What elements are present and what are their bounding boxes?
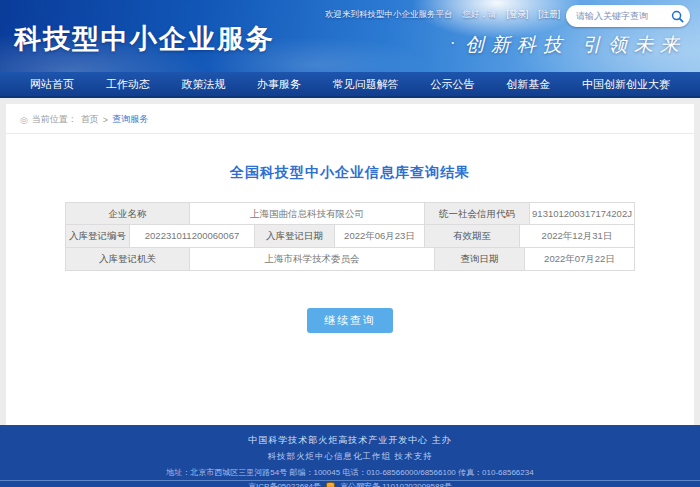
footer-divider xyxy=(0,480,700,481)
nav-item-innofund[interactable]: 创新基金 xyxy=(502,77,554,92)
footer-beian: 京ICP备05022684号 京公网安备 11010202009588号 xyxy=(0,481,700,487)
greeting-text: 您好，请 xyxy=(463,9,497,21)
footer-support: 科技部火炬中心信息化工作组 技术支持 xyxy=(0,451,700,463)
search-input[interactable] xyxy=(576,11,671,21)
credit-code-label: 统一社会信用代码 xyxy=(425,202,530,225)
page-title: 全国科技型中小企业信息库查询结果 xyxy=(6,164,694,182)
table-row: 入库登记机关 上海市科学技术委员会 查询日期 2022年07月22日 xyxy=(65,248,635,271)
breadcrumb-prefix: 当前位置： xyxy=(32,113,77,126)
page: 科技型中小企业服务 欢迎来到科技型中小企业服务平台 您好，请 [登录] [注册]… xyxy=(0,0,700,487)
content-card: ◎ 当前位置： 首页 > 查询服务 全国科技型中小企业信息库查询结果 企业名称 … xyxy=(6,104,694,425)
registration-authority-value: 上海市科学技术委员会 xyxy=(190,248,435,271)
breadcrumb-separator: > xyxy=(103,115,108,125)
breadcrumb-home-link[interactable]: 首页 xyxy=(81,113,99,126)
register-link[interactable]: [注册] xyxy=(538,9,560,21)
public-security-badge-icon xyxy=(326,482,335,487)
main-nav: 网站首页 工作动态 政策法规 办事服务 常见问题解答 公示公告 创新基金 中国创… xyxy=(0,72,700,98)
registration-authority-label: 入库登记机关 xyxy=(65,248,190,271)
footer: 中国科学技术部火炬高技术产业开发中心 主办 科技部火炬中心信息化工作组 技术支持… xyxy=(0,425,700,487)
continue-query-button[interactable]: 继续查询 xyxy=(307,308,393,333)
slogan: ·创新科技 引领未来 xyxy=(451,32,687,58)
query-date-label: 查询日期 xyxy=(435,248,525,271)
valid-until-value: 2022年12月31日 xyxy=(520,225,635,248)
slogan-decor-line xyxy=(590,23,658,25)
nav-item-competition[interactable]: 中国创新创业大赛 xyxy=(578,77,674,92)
footer-contact: 地址：北京市西城区三里河路54号 邮编：100045 电话：010-685660… xyxy=(0,467,700,478)
table-row: 入库登记编号 202231011200060067 入库登记日期 2022年06… xyxy=(65,225,635,248)
welcome-text: 欢迎来到科技型中小企业服务平台 xyxy=(325,9,453,21)
search-icon[interactable] xyxy=(671,10,684,23)
breadcrumb-current[interactable]: 查询服务 xyxy=(112,113,148,126)
enterprise-name-value: 上海国曲信息科技有限公司 xyxy=(190,202,425,225)
site-title: 科技型中小企业服务 xyxy=(14,21,275,57)
header-banner: 科技型中小企业服务 欢迎来到科技型中小企业服务平台 您好，请 [登录] [注册]… xyxy=(0,0,700,72)
login-link[interactable]: [登录] xyxy=(507,9,529,21)
registration-date-value: 2022年06月23日 xyxy=(335,225,425,248)
location-icon: ◎ xyxy=(20,115,28,125)
valid-until-label: 有效期至 xyxy=(425,225,520,248)
slogan-dot: · xyxy=(451,35,455,51)
slogan-text: 创新科技 引领未来 xyxy=(465,33,686,55)
top-user-strip: 欢迎来到科技型中小企业服务平台 您好，请 [登录] [注册] xyxy=(325,9,560,21)
query-result-table: 企业名称 上海国曲信息科技有限公司 统一社会信用代码 9131012003171… xyxy=(65,202,635,271)
nav-item-services[interactable]: 办事服务 xyxy=(253,77,305,92)
nav-item-faq[interactable]: 常见问题解答 xyxy=(329,77,403,92)
nav-item-announcements[interactable]: 公示公告 xyxy=(427,77,479,92)
registration-number-value: 202231011200060067 xyxy=(130,225,255,248)
registration-number-label: 入库登记编号 xyxy=(65,225,130,248)
icp-number: 京ICP备05022684号 xyxy=(248,481,321,487)
security-number: 京公网安备 11010202009588号 xyxy=(340,481,452,487)
credit-code-value: 913101200317174202J xyxy=(530,202,635,225)
table-row: 企业名称 上海国曲信息科技有限公司 统一社会信用代码 9131012003171… xyxy=(65,202,635,225)
footer-organizer: 中国科学技术部火炬高技术产业开发中心 主办 xyxy=(0,425,700,447)
nav-item-policies[interactable]: 政策法规 xyxy=(177,77,229,92)
breadcrumb: ◎ 当前位置： 首页 > 查询服务 xyxy=(6,104,694,134)
enterprise-name-label: 企业名称 xyxy=(65,202,190,225)
nav-item-home[interactable]: 网站首页 xyxy=(26,77,78,92)
nav-item-news[interactable]: 工作动态 xyxy=(102,77,154,92)
query-date-value: 2022年07月22日 xyxy=(525,248,635,271)
registration-date-label: 入库登记日期 xyxy=(255,225,335,248)
